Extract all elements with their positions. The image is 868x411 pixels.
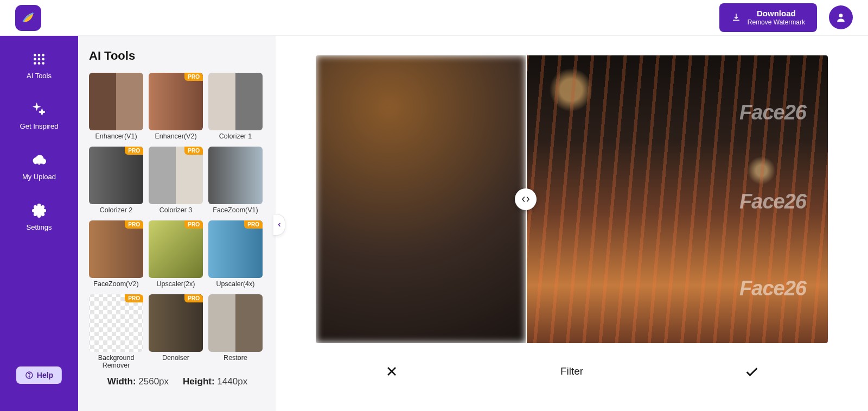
sidebar-item-label: Get Inspired <box>20 122 59 130</box>
svg-point-1 <box>34 54 36 56</box>
help-icon <box>25 371 34 380</box>
gear-icon <box>32 204 46 218</box>
header-right: Download Remove Watermark <box>719 3 853 31</box>
svg-point-5 <box>38 58 41 61</box>
tool-thumbnail: PRO <box>149 220 203 278</box>
tool-card[interactable]: PRODenoiser <box>149 294 203 369</box>
download-title: Download <box>748 9 805 18</box>
tool-card[interactable]: FaceZoom(V1) <box>208 147 263 214</box>
tool-card[interactable]: Enhancer(V1) <box>89 73 143 140</box>
svg-point-12 <box>29 377 29 377</box>
grid-icon <box>32 52 46 66</box>
pro-badge: PRO <box>184 73 203 81</box>
logo-feather-icon <box>21 10 36 26</box>
sidebar-item-label: My Upload <box>22 173 56 181</box>
svg-point-7 <box>34 62 36 65</box>
drag-arrows-icon <box>521 194 531 204</box>
tool-card[interactable]: PROUpscaler(2x) <box>149 220 203 288</box>
pro-badge: PRO <box>244 220 263 229</box>
watermark: Face26 <box>739 277 806 300</box>
svg-point-9 <box>42 62 44 65</box>
tools-panel: AI Tools Enhancer(V1)PROEnhancer(V2)Colo… <box>78 36 276 411</box>
before-image <box>316 55 526 343</box>
tool-card[interactable]: PROColorizer 3 <box>149 147 203 214</box>
tool-thumbnail: PRO <box>149 147 203 204</box>
tool-thumbnail <box>208 294 263 352</box>
sidebar: AI Tools Get Inspired My Upload Settings… <box>0 36 78 411</box>
svg-point-6 <box>42 58 44 61</box>
width-label: Width: <box>107 376 136 387</box>
header-bar: Download Remove Watermark <box>0 0 868 36</box>
download-subtitle: Remove Watermark <box>748 18 805 26</box>
svg-point-3 <box>42 54 44 56</box>
width-value: 2560px <box>138 376 169 387</box>
app-logo[interactable] <box>15 5 41 31</box>
tool-label: Colorizer 2 <box>89 206 143 214</box>
compare-slider[interactable]: Face26 Face26 Face26 <box>316 55 828 343</box>
reject-button[interactable] <box>384 364 399 379</box>
download-button[interactable]: Download Remove Watermark <box>719 3 817 31</box>
tool-thumbnail: PRO <box>89 220 143 278</box>
sparkles-icon <box>32 103 46 117</box>
svg-point-8 <box>38 62 41 65</box>
chevron-left-icon <box>276 222 283 228</box>
tool-thumbnail <box>89 73 143 130</box>
tool-card[interactable]: Colorizer 1 <box>208 73 263 140</box>
tool-label: Restore <box>208 354 263 362</box>
tool-thumbnail: PRO <box>208 220 263 278</box>
tool-label: Denoiser <box>149 354 203 362</box>
tool-label: Enhancer(V2) <box>149 132 203 140</box>
tool-card[interactable]: PROEnhancer(V2) <box>149 73 203 140</box>
sidebar-item-my-upload[interactable]: My Upload <box>22 153 56 181</box>
sidebar-item-get-inspired[interactable]: Get Inspired <box>20 103 59 130</box>
tool-label: FaceZoom(V1) <box>208 206 263 214</box>
accept-button[interactable] <box>744 364 760 379</box>
image-dimensions: Width: 2560px Height: 1440px <box>89 376 266 387</box>
tool-thumbnail: PRO <box>89 294 143 352</box>
pro-badge: PRO <box>125 294 143 302</box>
height-label: Height: <box>183 376 215 387</box>
close-icon <box>385 365 398 378</box>
svg-point-2 <box>38 54 41 56</box>
check-icon <box>744 364 760 379</box>
tool-card[interactable]: PROColorizer 2 <box>89 147 143 214</box>
sidebar-item-label: AI Tools <box>27 72 52 80</box>
tool-thumbnail <box>208 73 263 130</box>
pro-badge: PRO <box>125 147 143 155</box>
watermark: Face26 <box>739 101 806 124</box>
tool-card[interactable]: PROFaceZoom(V2) <box>89 220 143 288</box>
svg-point-0 <box>839 14 843 18</box>
sidebar-item-settings[interactable]: Settings <box>27 204 52 231</box>
profile-button[interactable] <box>829 5 853 29</box>
tool-card[interactable]: PROBackground Remover <box>89 294 143 369</box>
user-icon <box>835 12 846 23</box>
tool-label: Background Remover <box>89 354 143 369</box>
help-button[interactable]: Help <box>16 366 62 384</box>
tool-card[interactable]: PROUpscaler(4x) <box>208 220 263 288</box>
tool-thumbnail <box>208 147 263 204</box>
pro-badge: PRO <box>184 220 203 229</box>
viewer-action-row: Filter <box>276 343 868 379</box>
tool-label: Upscaler(4x) <box>208 280 263 288</box>
help-label: Help <box>37 371 53 380</box>
tool-thumbnail: PRO <box>89 147 143 204</box>
tool-label: Enhancer(V1) <box>89 132 143 140</box>
tool-label: FaceZoom(V2) <box>89 280 143 288</box>
pro-badge: PRO <box>184 294 203 302</box>
tool-thumbnail: PRO <box>149 294 203 352</box>
compare-drag-handle[interactable] <box>515 188 537 210</box>
download-icon <box>731 12 741 22</box>
image-viewer: Face26 Face26 Face26 Filter <box>276 36 868 411</box>
tool-label: Upscaler(2x) <box>149 280 203 288</box>
pro-badge: PRO <box>125 220 143 229</box>
tools-grid[interactable]: Enhancer(V1)PROEnhancer(V2)Colorizer 1PR… <box>89 73 266 369</box>
svg-point-4 <box>34 58 36 61</box>
cloud-upload-icon <box>32 153 46 167</box>
tools-panel-title: AI Tools <box>89 49 266 63</box>
sidebar-item-ai-tools[interactable]: AI Tools <box>27 52 52 80</box>
tool-card[interactable]: Restore <box>208 294 263 369</box>
filter-button[interactable]: Filter <box>560 365 583 377</box>
sidebar-item-label: Settings <box>27 223 52 231</box>
tool-label: Colorizer 3 <box>149 206 203 214</box>
tool-label: Colorizer 1 <box>208 132 263 140</box>
